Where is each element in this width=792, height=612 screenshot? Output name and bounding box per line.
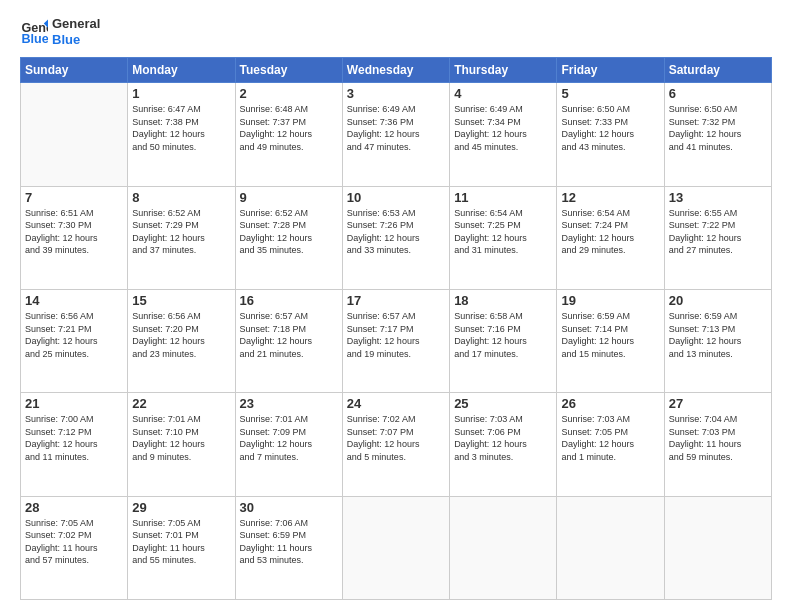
calendar-cell: 28Sunrise: 7:05 AM Sunset: 7:02 PM Dayli… — [21, 496, 128, 599]
calendar-cell: 16Sunrise: 6:57 AM Sunset: 7:18 PM Dayli… — [235, 289, 342, 392]
calendar-cell: 11Sunrise: 6:54 AM Sunset: 7:25 PM Dayli… — [450, 186, 557, 289]
day-info: Sunrise: 7:00 AM Sunset: 7:12 PM Dayligh… — [25, 413, 123, 463]
day-number: 9 — [240, 190, 338, 205]
day-number: 10 — [347, 190, 445, 205]
day-info: Sunrise: 6:52 AM Sunset: 7:28 PM Dayligh… — [240, 207, 338, 257]
day-info: Sunrise: 6:51 AM Sunset: 7:30 PM Dayligh… — [25, 207, 123, 257]
day-info: Sunrise: 6:55 AM Sunset: 7:22 PM Dayligh… — [669, 207, 767, 257]
calendar-cell: 22Sunrise: 7:01 AM Sunset: 7:10 PM Dayli… — [128, 393, 235, 496]
page: General Blue General Blue SundayMondayTu… — [0, 0, 792, 612]
calendar-header-sunday: Sunday — [21, 58, 128, 83]
day-info: Sunrise: 6:50 AM Sunset: 7:32 PM Dayligh… — [669, 103, 767, 153]
calendar-week-5: 28Sunrise: 7:05 AM Sunset: 7:02 PM Dayli… — [21, 496, 772, 599]
calendar-header-wednesday: Wednesday — [342, 58, 449, 83]
calendar-week-4: 21Sunrise: 7:00 AM Sunset: 7:12 PM Dayli… — [21, 393, 772, 496]
calendar-cell: 7Sunrise: 6:51 AM Sunset: 7:30 PM Daylig… — [21, 186, 128, 289]
calendar-header-friday: Friday — [557, 58, 664, 83]
day-number: 16 — [240, 293, 338, 308]
day-info: Sunrise: 7:01 AM Sunset: 7:09 PM Dayligh… — [240, 413, 338, 463]
day-number: 8 — [132, 190, 230, 205]
logo-icon: General Blue — [20, 18, 48, 46]
day-number: 17 — [347, 293, 445, 308]
calendar-cell — [342, 496, 449, 599]
calendar-cell: 4Sunrise: 6:49 AM Sunset: 7:34 PM Daylig… — [450, 83, 557, 186]
day-info: Sunrise: 7:01 AM Sunset: 7:10 PM Dayligh… — [132, 413, 230, 463]
day-number: 3 — [347, 86, 445, 101]
calendar-cell — [557, 496, 664, 599]
day-number: 6 — [669, 86, 767, 101]
calendar-header-row: SundayMondayTuesdayWednesdayThursdayFrid… — [21, 58, 772, 83]
calendar-header-saturday: Saturday — [664, 58, 771, 83]
logo-general: General — [52, 16, 100, 32]
day-info: Sunrise: 7:05 AM Sunset: 7:01 PM Dayligh… — [132, 517, 230, 567]
day-number: 30 — [240, 500, 338, 515]
calendar-week-2: 7Sunrise: 6:51 AM Sunset: 7:30 PM Daylig… — [21, 186, 772, 289]
day-number: 11 — [454, 190, 552, 205]
calendar-header-monday: Monday — [128, 58, 235, 83]
day-number: 12 — [561, 190, 659, 205]
calendar-cell: 1Sunrise: 6:47 AM Sunset: 7:38 PM Daylig… — [128, 83, 235, 186]
day-info: Sunrise: 6:49 AM Sunset: 7:34 PM Dayligh… — [454, 103, 552, 153]
day-info: Sunrise: 6:57 AM Sunset: 7:17 PM Dayligh… — [347, 310, 445, 360]
day-number: 24 — [347, 396, 445, 411]
day-number: 4 — [454, 86, 552, 101]
calendar-cell: 21Sunrise: 7:00 AM Sunset: 7:12 PM Dayli… — [21, 393, 128, 496]
calendar-cell: 10Sunrise: 6:53 AM Sunset: 7:26 PM Dayli… — [342, 186, 449, 289]
calendar-cell: 5Sunrise: 6:50 AM Sunset: 7:33 PM Daylig… — [557, 83, 664, 186]
day-info: Sunrise: 7:03 AM Sunset: 7:06 PM Dayligh… — [454, 413, 552, 463]
calendar-cell: 9Sunrise: 6:52 AM Sunset: 7:28 PM Daylig… — [235, 186, 342, 289]
day-number: 21 — [25, 396, 123, 411]
day-info: Sunrise: 6:48 AM Sunset: 7:37 PM Dayligh… — [240, 103, 338, 153]
calendar-cell: 6Sunrise: 6:50 AM Sunset: 7:32 PM Daylig… — [664, 83, 771, 186]
calendar-cell: 27Sunrise: 7:04 AM Sunset: 7:03 PM Dayli… — [664, 393, 771, 496]
calendar-cell: 26Sunrise: 7:03 AM Sunset: 7:05 PM Dayli… — [557, 393, 664, 496]
calendar-cell: 18Sunrise: 6:58 AM Sunset: 7:16 PM Dayli… — [450, 289, 557, 392]
calendar-cell: 23Sunrise: 7:01 AM Sunset: 7:09 PM Dayli… — [235, 393, 342, 496]
calendar-cell: 17Sunrise: 6:57 AM Sunset: 7:17 PM Dayli… — [342, 289, 449, 392]
day-info: Sunrise: 7:05 AM Sunset: 7:02 PM Dayligh… — [25, 517, 123, 567]
calendar-cell: 2Sunrise: 6:48 AM Sunset: 7:37 PM Daylig… — [235, 83, 342, 186]
day-info: Sunrise: 6:59 AM Sunset: 7:13 PM Dayligh… — [669, 310, 767, 360]
calendar-cell: 14Sunrise: 6:56 AM Sunset: 7:21 PM Dayli… — [21, 289, 128, 392]
day-number: 14 — [25, 293, 123, 308]
day-number: 13 — [669, 190, 767, 205]
day-info: Sunrise: 6:53 AM Sunset: 7:26 PM Dayligh… — [347, 207, 445, 257]
day-number: 29 — [132, 500, 230, 515]
day-info: Sunrise: 6:52 AM Sunset: 7:29 PM Dayligh… — [132, 207, 230, 257]
day-number: 19 — [561, 293, 659, 308]
calendar-cell: 13Sunrise: 6:55 AM Sunset: 7:22 PM Dayli… — [664, 186, 771, 289]
day-number: 15 — [132, 293, 230, 308]
day-number: 1 — [132, 86, 230, 101]
day-number: 20 — [669, 293, 767, 308]
calendar-cell: 29Sunrise: 7:05 AM Sunset: 7:01 PM Dayli… — [128, 496, 235, 599]
logo-blue: Blue — [52, 32, 100, 48]
logo: General Blue General Blue — [20, 16, 100, 47]
day-number: 25 — [454, 396, 552, 411]
calendar-table: SundayMondayTuesdayWednesdayThursdayFrid… — [20, 57, 772, 600]
day-info: Sunrise: 6:50 AM Sunset: 7:33 PM Dayligh… — [561, 103, 659, 153]
calendar-cell: 8Sunrise: 6:52 AM Sunset: 7:29 PM Daylig… — [128, 186, 235, 289]
day-number: 5 — [561, 86, 659, 101]
calendar-cell — [664, 496, 771, 599]
day-number: 23 — [240, 396, 338, 411]
calendar-cell — [21, 83, 128, 186]
day-info: Sunrise: 6:57 AM Sunset: 7:18 PM Dayligh… — [240, 310, 338, 360]
svg-text:Blue: Blue — [21, 32, 48, 46]
day-number: 26 — [561, 396, 659, 411]
calendar-cell: 30Sunrise: 7:06 AM Sunset: 6:59 PM Dayli… — [235, 496, 342, 599]
calendar-cell: 20Sunrise: 6:59 AM Sunset: 7:13 PM Dayli… — [664, 289, 771, 392]
day-info: Sunrise: 6:56 AM Sunset: 7:21 PM Dayligh… — [25, 310, 123, 360]
day-info: Sunrise: 6:59 AM Sunset: 7:14 PM Dayligh… — [561, 310, 659, 360]
calendar-cell: 15Sunrise: 6:56 AM Sunset: 7:20 PM Dayli… — [128, 289, 235, 392]
calendar-cell — [450, 496, 557, 599]
calendar-cell: 25Sunrise: 7:03 AM Sunset: 7:06 PM Dayli… — [450, 393, 557, 496]
day-info: Sunrise: 7:03 AM Sunset: 7:05 PM Dayligh… — [561, 413, 659, 463]
calendar-week-3: 14Sunrise: 6:56 AM Sunset: 7:21 PM Dayli… — [21, 289, 772, 392]
day-info: Sunrise: 6:47 AM Sunset: 7:38 PM Dayligh… — [132, 103, 230, 153]
day-number: 27 — [669, 396, 767, 411]
day-info: Sunrise: 7:06 AM Sunset: 6:59 PM Dayligh… — [240, 517, 338, 567]
calendar-cell: 12Sunrise: 6:54 AM Sunset: 7:24 PM Dayli… — [557, 186, 664, 289]
day-number: 7 — [25, 190, 123, 205]
day-info: Sunrise: 6:49 AM Sunset: 7:36 PM Dayligh… — [347, 103, 445, 153]
day-info: Sunrise: 6:54 AM Sunset: 7:24 PM Dayligh… — [561, 207, 659, 257]
